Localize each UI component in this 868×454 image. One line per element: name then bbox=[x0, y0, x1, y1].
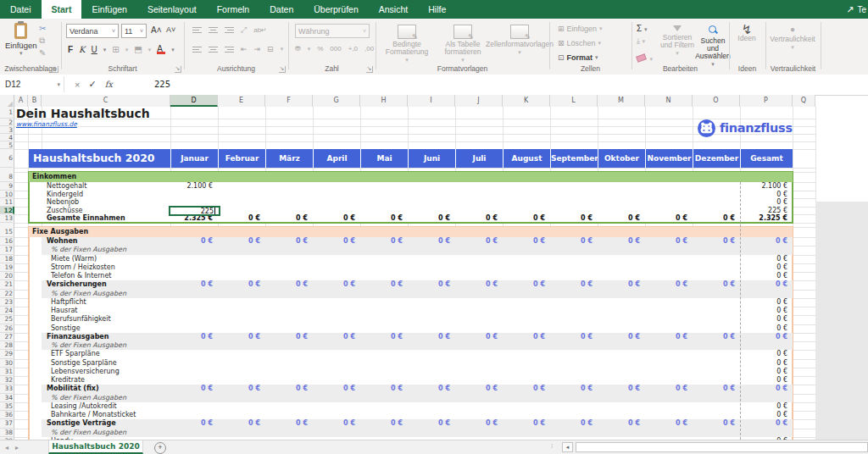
ribbon-tab-formeln[interactable]: Formeln bbox=[207, 0, 260, 19]
finanzfluss-link[interactable]: www.finanzfluss.de bbox=[16, 120, 77, 128]
bold-button[interactable]: F bbox=[68, 45, 73, 54]
clear-icon[interactable]: ▾ bbox=[637, 49, 653, 64]
font-color-icon[interactable]: A bbox=[157, 45, 165, 54]
ribbon-tab-ansicht[interactable]: Ansicht bbox=[369, 0, 418, 19]
column-header-C[interactable]: C bbox=[42, 95, 170, 107]
align-bottom-icon[interactable] bbox=[225, 25, 234, 35]
row-header-26[interactable]: 26 bbox=[0, 324, 13, 333]
row-header-10[interactable]: 10 bbox=[0, 191, 13, 199]
scrollbar-resize-handle[interactable]: ⁞ bbox=[551, 442, 554, 450]
active-cell-editor[interactable]: 225 bbox=[169, 206, 220, 217]
column-header-J[interactable]: J bbox=[455, 95, 503, 107]
row-header-12[interactable]: 12 bbox=[0, 207, 14, 215]
sensitivity-button[interactable]: ● Vertraulichkeit▾ bbox=[767, 25, 818, 51]
align-top-icon[interactable] bbox=[192, 25, 202, 35]
italic-button[interactable]: K bbox=[79, 45, 85, 54]
row-header-3[interactable]: 3 bbox=[0, 126, 13, 134]
row-header-13[interactable]: 13 bbox=[0, 214, 13, 223]
cell-styles-button[interactable]: Zellenformatvorlagen▾ bbox=[492, 25, 547, 56]
column-header-F[interactable]: F bbox=[265, 95, 313, 107]
row-header-25[interactable]: 25 bbox=[0, 315, 13, 324]
align-left-icon[interactable] bbox=[192, 45, 202, 54]
autosum-icon[interactable]: Σ ▾ bbox=[637, 24, 647, 33]
align-center-icon[interactable] bbox=[209, 45, 218, 54]
row-header-18[interactable]: 18 bbox=[0, 255, 13, 263]
row-header-29[interactable]: 29 bbox=[0, 350, 13, 358]
increase-indent-icon[interactable]: ⇥ bbox=[254, 45, 261, 53]
row-header-38[interactable]: 38 bbox=[0, 429, 13, 437]
insert-cells-button[interactable]: ⊞Einfügen▾ bbox=[558, 23, 603, 35]
row-header-5[interactable]: 5 bbox=[0, 141, 13, 149]
share-area[interactable]: ↗ Te bbox=[846, 0, 866, 19]
row-header-9[interactable]: 9 bbox=[0, 182, 13, 191]
row-header-22[interactable]: 22 bbox=[0, 290, 13, 298]
enter-icon[interactable]: ✓ bbox=[88, 79, 96, 90]
font-size-select[interactable]: 11˅ bbox=[121, 24, 147, 38]
row-header-32[interactable]: 32 bbox=[0, 376, 13, 385]
insert-function-icon[interactable]: fx bbox=[105, 80, 113, 89]
orientation-icon[interactable]: ⤢ bbox=[241, 25, 247, 35]
font-dialog-launcher[interactable]: ↘ bbox=[175, 66, 181, 73]
row-header-30[interactable]: 30 bbox=[0, 359, 13, 368]
decrease-indent-icon[interactable]: ⇤ bbox=[241, 45, 248, 53]
add-sheet-button[interactable]: + bbox=[154, 442, 166, 454]
row-header-6[interactable]: 6 bbox=[0, 149, 13, 168]
row-header-17[interactable]: 17 bbox=[0, 246, 13, 254]
alignment-dialog-launcher[interactable]: ↘ bbox=[279, 66, 286, 73]
row-header-35[interactable]: 35 bbox=[0, 402, 13, 411]
column-header-Q[interactable]: Q bbox=[793, 95, 815, 107]
name-box[interactable]: D12▾ bbox=[0, 76, 64, 92]
column-header-N[interactable]: N bbox=[645, 95, 693, 107]
sheet-nav-right-icon[interactable]: ▸ bbox=[15, 444, 19, 451]
underline-button[interactable]: U bbox=[92, 45, 97, 54]
row-header-37[interactable]: 37 bbox=[0, 419, 13, 428]
ribbon-tab-einfügen[interactable]: Einfügen bbox=[81, 0, 136, 19]
ideas-button[interactable]: ↯ Ideen bbox=[732, 25, 761, 42]
select-all-corner[interactable]: ◢ bbox=[0, 95, 14, 107]
row-header-27[interactable]: 27 bbox=[0, 333, 13, 341]
sheet-grid[interactable]: 1234568910111213151617181920212223242526… bbox=[0, 107, 868, 440]
row-header-1[interactable]: 1 bbox=[0, 107, 13, 119]
comma-style-icon[interactable]: 000 bbox=[330, 45, 341, 53]
paste-button[interactable]: Einfügen ▾ bbox=[5, 23, 37, 57]
row-header-23[interactable]: 23 bbox=[0, 298, 13, 307]
row-header-20[interactable]: 20 bbox=[0, 272, 13, 280]
column-header-A[interactable]: A bbox=[14, 95, 28, 107]
ribbon-tab-start[interactable]: Start bbox=[42, 0, 82, 19]
column-header-P[interactable]: P bbox=[740, 95, 793, 107]
sheet-nav-left-icon[interactable]: ◂ bbox=[5, 444, 8, 451]
column-header-E[interactable]: E bbox=[218, 95, 265, 107]
row-header-24[interactable]: 24 bbox=[0, 307, 13, 315]
decrease-decimal-icon[interactable]: ,00 bbox=[364, 45, 374, 53]
column-header-M[interactable]: M bbox=[598, 95, 645, 107]
fill-icon[interactable]: ⤓ ▾ bbox=[637, 36, 645, 46]
grow-font-button[interactable]: A˄ bbox=[151, 25, 162, 35]
column-header-O[interactable]: O bbox=[693, 95, 740, 107]
find-select-button[interactable]: Suchen und Auswählen▾ bbox=[696, 25, 730, 68]
column-header-G[interactable]: G bbox=[313, 95, 360, 107]
column-header-H[interactable]: H bbox=[360, 95, 408, 107]
hscroll-thumb[interactable] bbox=[576, 442, 868, 452]
row-header-15[interactable]: 15 bbox=[0, 227, 13, 237]
fill-color-icon[interactable]: ⬒ bbox=[134, 45, 142, 54]
row-header-34[interactable]: 34 bbox=[0, 394, 13, 402]
cancel-icon[interactable]: × bbox=[75, 80, 80, 90]
sort-filter-button[interactable]: Sortieren und Filtern▾ bbox=[659, 25, 696, 57]
ribbon-tab-hilfe[interactable]: Hilfe bbox=[418, 0, 456, 19]
column-header-B[interactable]: B bbox=[28, 95, 42, 107]
ribbon-tab-seitenlayout[interactable]: Seitenlayout bbox=[137, 0, 207, 19]
row-header-2[interactable]: 2 bbox=[0, 119, 13, 126]
row-header-11[interactable]: 11 bbox=[0, 198, 13, 207]
format-cells-button[interactable]: ⊡Format▾ bbox=[558, 52, 598, 64]
ribbon-tab-datei[interactable]: Datei bbox=[0, 0, 42, 19]
cut-icon[interactable]: ✂ bbox=[39, 24, 46, 33]
row-header-4[interactable]: 4 bbox=[0, 134, 13, 141]
delete-cells-button[interactable]: ⊠Löschen▾ bbox=[558, 37, 601, 49]
shrink-font-button[interactable]: A˅ bbox=[166, 25, 175, 34]
ribbon-tab-daten[interactable]: Daten bbox=[259, 0, 303, 19]
sheet-tab-active[interactable]: Haushaltsbuch 2020 bbox=[48, 440, 143, 454]
clipboard-dialog-launcher[interactable]: ↘ bbox=[52, 66, 58, 73]
format-painter-icon[interactable]: ✎ bbox=[39, 48, 46, 58]
align-right-icon[interactable] bbox=[225, 45, 234, 54]
conditional-formatting-button[interactable]: Bedingte Formatierung▾ bbox=[381, 25, 433, 64]
